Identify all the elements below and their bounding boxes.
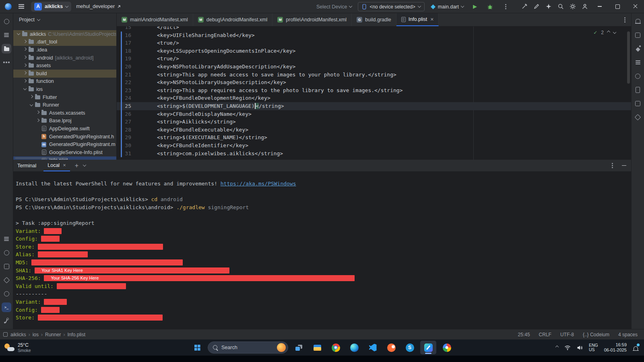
tree-item-base-lproj[interactable]: Base.lproj (13, 117, 116, 125)
editor-line-23[interactable]: 23<string>This app requires access to th… (117, 86, 631, 95)
editor-tab-profile-androidmanifest-xml[interactable]: Mprofile\AndroidManifest.xml (272, 13, 352, 26)
horizontal-scrollbar[interactable] (15, 157, 67, 159)
editor-line-24[interactable]: 24<key>CFBundleDevelopmentRegion</key> (117, 94, 631, 102)
project-tool-button[interactable] (2, 44, 11, 53)
taskbar-start-button[interactable] (189, 341, 205, 354)
editor-line-29[interactable]: 29<string>$(EXECUTABLE_NAME)</string> (117, 134, 631, 142)
run-button[interactable] (470, 2, 479, 12)
main-menu-button[interactable] (17, 2, 26, 11)
build-tool-button[interactable] (2, 248, 11, 257)
tree-item-runner[interactable]: Runner (13, 101, 116, 109)
notification-center-button[interactable] (633, 345, 638, 350)
chevron-closed-icon[interactable] (22, 57, 28, 58)
window-close-button[interactable] (626, 0, 644, 13)
editor-tab-build-gradle[interactable]: Gbuild.gradle (352, 13, 396, 26)
chevron-open-icon[interactable] (22, 88, 28, 90)
select-device-dropdown[interactable]: Select Device (316, 4, 352, 10)
chevron-open-icon[interactable] (29, 105, 34, 106)
ai-assistant-button[interactable] (543, 0, 555, 13)
settings-button[interactable] (567, 0, 579, 13)
editor-line-18[interactable]: 18<key>LSSupportsOpeningDocumentsInPlace… (117, 47, 631, 55)
taskbar-android-studio-button[interactable] (420, 341, 436, 354)
tree-item-assets[interactable]: assets (13, 62, 116, 70)
tab-options-icon[interactable] (621, 17, 628, 23)
taskbar-edge-button[interactable] (346, 341, 362, 354)
breadcrumb-aiklicks[interactable]: aiklicks (10, 332, 26, 337)
editor-line-17[interactable]: 17<true/> (117, 39, 631, 47)
ai-assistant-tool-button[interactable] (633, 44, 643, 53)
chevron-closed-icon[interactable] (22, 41, 28, 43)
tool-window-icon[interactable] (3, 332, 8, 337)
taskbar-postman-button[interactable] (383, 341, 399, 354)
tree-item-ios[interactable]: ios (13, 85, 116, 93)
taskbar-chrome-button[interactable] (328, 341, 344, 354)
version-control-tool-button[interactable] (2, 316, 11, 326)
debug-button[interactable] (485, 2, 495, 12)
terminal-minimize-icon[interactable] (622, 165, 626, 166)
editor-line-22[interactable]: 22<key>NSPhotoLibraryUsageDescription</k… (117, 78, 631, 86)
editor-line-19[interactable]: 19<true/> (117, 55, 631, 63)
packages-tool-button[interactable] (2, 261, 11, 271)
chevron-closed-icon[interactable] (35, 112, 41, 113)
chevron-closed-icon[interactable] (22, 49, 28, 50)
hidden-icons-chevron[interactable] (555, 345, 559, 348)
chevron-closed-icon[interactable] (22, 73, 28, 74)
project-selector[interactable]: A aiklicks (31, 2, 71, 12)
services-tool-button[interactable] (2, 275, 11, 285)
status-item-4-spaces[interactable]: 4 spaces (618, 332, 638, 337)
notifications-tool-button[interactable] (633, 16, 643, 26)
tree-item-build[interactable]: build (13, 70, 116, 78)
taskbar-file-explorer-button[interactable] (309, 341, 325, 354)
taskbar-task-view-button[interactable] (291, 341, 307, 354)
editor-line-20[interactable]: 20<key>NSPhotoLibraryAddUsageDescription… (117, 63, 631, 71)
device-selector-dropdown[interactable]: <no device selected> (358, 2, 424, 11)
tree-item-generatedpluginregistrant-h[interactable]: hGeneratedPluginRegistrant.h (13, 133, 116, 141)
app-quality-insights-tool-button[interactable] (633, 71, 643, 81)
language-indicator[interactable]: ENG US (589, 343, 598, 352)
terminal-dropdown-icon[interactable] (83, 163, 86, 167)
tree-item-appdelegate-swift[interactable]: AppDelegate.swift (13, 125, 116, 133)
editor-line-26[interactable]: 26<key>CFBundleDisplayName</key> (117, 110, 631, 118)
taskbar-vscode-button[interactable] (365, 341, 381, 354)
inspections-widget[interactable]: ✓ 2 (593, 30, 616, 35)
breadcrumb-runner[interactable]: Runner (45, 332, 61, 337)
commit-tool-button[interactable] (2, 16, 11, 26)
tree-item-flutter[interactable]: Flutter (13, 93, 116, 101)
next-problem-icon[interactable] (613, 30, 616, 33)
editor-line-16[interactable]: 16<key>UIFileSharingEnabled</key> (117, 31, 631, 39)
taskbar-photos-button[interactable] (439, 341, 455, 354)
running-devices-tool-button[interactable] (633, 99, 643, 108)
code-editor[interactable]: 15</dict>16<key>UIFileSharingEnabled</ke… (117, 27, 631, 160)
prev-problem-icon[interactable] (607, 30, 610, 33)
device-mirror-button[interactable] (530, 0, 543, 13)
editor-line-30[interactable]: 30<key>CFBundleIdentifier</key> (117, 142, 631, 150)
editor-line-21[interactable]: 21<string>This app needs access to save … (117, 71, 631, 79)
window-maximize-button[interactable] (609, 0, 626, 13)
branch-widget[interactable]: mehul_developer (76, 4, 121, 9)
tree-item-idea[interactable]: .idea (13, 46, 116, 54)
editor-line-15[interactable]: 15</dict> (117, 27, 631, 31)
tree-item-assets-xcassets[interactable]: Assets.xcassets (13, 109, 116, 117)
close-icon[interactable]: × (430, 16, 433, 22)
search-everywhere-button[interactable] (555, 0, 567, 13)
editor-scrollbar[interactable] (627, 31, 630, 84)
status-item-25-45[interactable]: 25:45 (518, 332, 530, 337)
chevron-closed-icon[interactable] (29, 97, 34, 98)
todo-tool-button[interactable] (2, 234, 11, 244)
structure-tool-button[interactable] (2, 30, 11, 40)
chevron-closed-icon[interactable] (22, 65, 28, 66)
terminal-tool-button[interactable]: >_ (2, 302, 11, 312)
new-terminal-button[interactable]: + (75, 162, 78, 169)
terminal-link[interactable]: https://aka.ms/PSWindows (221, 181, 296, 187)
tree-item-aiklicks[interactable]: aiklicksC:\Users\Admin\StudioProjects\ai… (13, 30, 116, 38)
window-minimize-button[interactable] (591, 0, 609, 13)
wifi-icon[interactable] (564, 345, 571, 350)
volume-icon[interactable] (577, 345, 583, 350)
run-configuration-dropdown[interactable]: main.dart (431, 4, 464, 10)
status-item-codeium[interactable]: {..} Codeium (583, 332, 609, 337)
tree-item-android[interactable]: android[aiklicks_android] (13, 54, 116, 62)
editor-tab-debug-androidmanifest-xml[interactable]: Mdebug\AndroidManifest.xml (193, 13, 272, 26)
close-icon[interactable]: × (63, 162, 66, 168)
editor-tab-main-androidmanifest-xml[interactable]: Mmain\AndroidManifest.xml (117, 13, 193, 26)
build-tools-button[interactable] (518, 0, 530, 13)
